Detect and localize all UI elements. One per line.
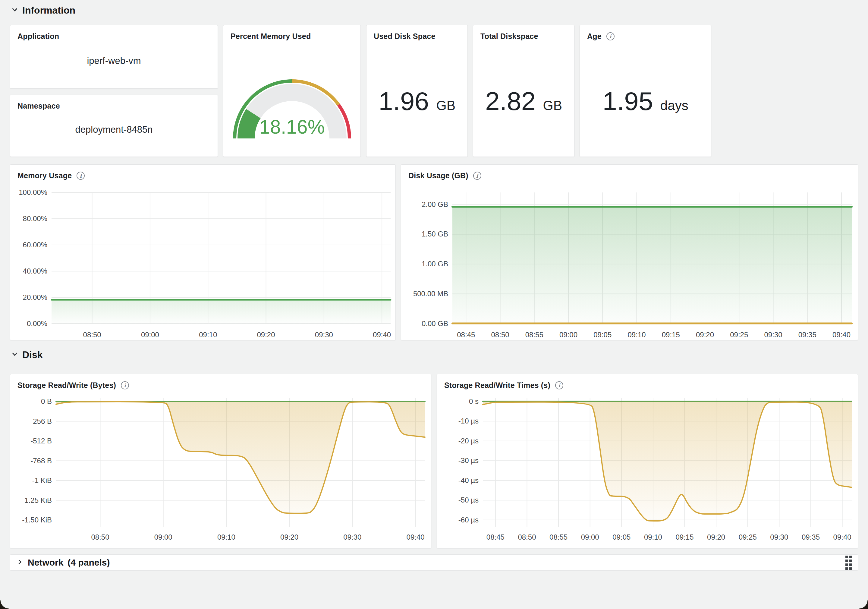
svg-text:09:00: 09:00 [581, 533, 599, 541]
chevron-down-icon [11, 349, 19, 360]
total-diskspace-title[interactable]: Total Diskspace [480, 32, 538, 41]
memory-usage-title-label: Memory Usage [17, 171, 72, 180]
svg-text:08:50: 08:50 [83, 331, 101, 339]
svg-text:-1 KiB: -1 KiB [32, 476, 52, 485]
svg-text:-10 µs: -10 µs [459, 417, 479, 425]
info-icon[interactable]: i [121, 381, 129, 389]
namespace-panel-title[interactable]: Namespace [17, 102, 60, 110]
window-corner [0, 600, 9, 609]
svg-text:08:50: 08:50 [491, 331, 509, 339]
used-disk-space-stat: 1.96 GB [378, 68, 456, 114]
svg-text:500.00 MB: 500.00 MB [413, 290, 448, 298]
svg-text:0.00 GB: 0.00 GB [422, 319, 448, 328]
info-icon[interactable]: i [76, 172, 85, 180]
storage-times-chart[interactable]: 0 s-10 µs-20 µs-30 µs-40 µs-50 µs-60 µs0… [437, 374, 858, 548]
svg-text:-20 µs: -20 µs [459, 437, 479, 445]
network-panel-count: (4 panels) [68, 558, 110, 568]
memory-usage-title[interactable]: Memory Usage i [17, 171, 85, 180]
used-disk-space-panel: Used Disk Space 1.96 GB [366, 25, 468, 157]
disk-usage-panel: Disk Usage (GB) i 2.00 GB1.50 GB1.00 GB5… [401, 165, 858, 340]
svg-text:40.00%: 40.00% [23, 267, 47, 275]
used-series-fill [453, 207, 852, 324]
svg-text:80.00%: 80.00% [23, 214, 47, 222]
svg-text:08:45: 08:45 [487, 533, 505, 541]
drag-handle-icon[interactable] [845, 556, 852, 570]
total-diskspace-title-label: Total Diskspace [480, 32, 538, 41]
disk-usage-chart[interactable]: 2.00 GB1.50 GB1.00 GB500.00 MB0.00 GB08:… [401, 165, 858, 340]
svg-text:09:00: 09:00 [154, 533, 172, 541]
disk-section-label: Disk [22, 349, 43, 360]
svg-text:-60 µs: -60 µs [459, 516, 479, 524]
svg-text:09:40: 09:40 [833, 533, 851, 541]
info-icon[interactable]: i [555, 381, 563, 389]
disk-section-header[interactable]: Disk [11, 349, 43, 360]
svg-text:09:30: 09:30 [770, 533, 788, 541]
application-title-label: Application [17, 32, 59, 41]
svg-text:1.00 GB: 1.00 GB [422, 260, 448, 268]
svg-text:09:05: 09:05 [594, 331, 612, 339]
svg-text:-50 µs: -50 µs [459, 496, 479, 504]
svg-text:08:55: 08:55 [525, 331, 543, 339]
svg-text:08:45: 08:45 [457, 331, 475, 339]
svg-text:1.50 GB: 1.50 GB [422, 230, 448, 238]
application-panel-title[interactable]: Application [17, 32, 59, 41]
window-corner [859, 600, 868, 609]
information-section-header[interactable]: Information [11, 5, 75, 16]
svg-text:09:00: 09:00 [560, 331, 577, 339]
write-time-series-fill [483, 401, 852, 521]
stat-value: 1.95 [603, 88, 653, 114]
stat-value: 2.82 [485, 88, 536, 114]
disk-usage-title[interactable]: Disk Usage (GB) i [408, 171, 481, 180]
total-diskspace-panel: Total Diskspace 2.82 GB [473, 25, 575, 157]
memory-usage-panel: Memory Usage i 100.00%80.00%60.00%40.00%… [10, 165, 396, 340]
stat-unit: GB [543, 99, 562, 112]
svg-text:-1.50 KiB: -1.50 KiB [22, 516, 52, 524]
svg-text:09:10: 09:10 [199, 331, 217, 339]
storage-times-title-label: Storage Read/Write Times (s) [444, 381, 550, 390]
svg-text:09:20: 09:20 [280, 533, 298, 541]
percent-memory-used-panel: Percent Memory Used 18.16% [223, 25, 361, 157]
total-diskspace-stat: 2.82 GB [485, 68, 562, 114]
svg-text:09:40: 09:40 [832, 331, 851, 339]
used-disk-space-title[interactable]: Used Disk Space [374, 32, 436, 41]
storage-bytes-chart[interactable]: 0 B-256 B-512 B-768 B-1 KiB-1.25 KiB-1.5… [10, 374, 431, 548]
stat-value: 1.96 [378, 88, 429, 114]
svg-text:09:10: 09:10 [644, 533, 662, 541]
svg-text:09:00: 09:00 [141, 331, 159, 339]
svg-text:09:15: 09:15 [676, 533, 694, 541]
storage-times-title[interactable]: Storage Read/Write Times (s) i [444, 381, 563, 390]
age-title[interactable]: Age i [587, 32, 615, 41]
svg-text:-30 µs: -30 µs [459, 457, 479, 465]
svg-text:08:55: 08:55 [549, 533, 567, 541]
stat-unit: GB [436, 99, 456, 112]
chevron-right-icon [16, 558, 23, 568]
percent-memory-used-title-label: Percent Memory Used [231, 32, 311, 41]
memory-usage-chart[interactable]: 100.00%80.00%60.00%40.00%20.00%0.00%08:5… [10, 165, 395, 340]
svg-text:09:35: 09:35 [802, 533, 820, 541]
svg-text:60.00%: 60.00% [23, 241, 47, 249]
svg-text:09:30: 09:30 [343, 533, 361, 541]
svg-text:-768 B: -768 B [31, 457, 52, 465]
stat-unit: days [660, 99, 688, 112]
namespace-title-label: Namespace [17, 102, 60, 110]
svg-text:09:10: 09:10 [628, 331, 646, 339]
percent-memory-used-title[interactable]: Percent Memory Used [231, 32, 311, 41]
namespace-panel: Namespace deployment-8485n [10, 95, 218, 157]
age-title-label: Age [587, 32, 601, 41]
svg-text:-256 B: -256 B [31, 417, 52, 425]
storage-read-write-bytes-panel: Storage Read/Write (Bytes) i 0 B-256 B-5… [10, 374, 431, 548]
svg-text:0.00%: 0.00% [27, 319, 47, 328]
info-icon[interactable]: i [606, 32, 615, 40]
svg-text:-512 B: -512 B [31, 437, 52, 445]
svg-text:08:50: 08:50 [91, 533, 109, 541]
storage-bytes-title[interactable]: Storage Read/Write (Bytes) i [17, 381, 129, 390]
age-stat: 1.95 days [603, 68, 688, 114]
svg-text:09:20: 09:20 [696, 331, 714, 339]
write-series-fill [56, 401, 425, 513]
network-section-row[interactable]: Network (4 panels) [10, 555, 858, 571]
memory-series-fill [51, 300, 391, 324]
svg-text:100.00%: 100.00% [19, 188, 47, 196]
svg-text:09:40: 09:40 [406, 533, 425, 541]
age-panel: Age i 1.95 days [580, 25, 711, 157]
info-icon[interactable]: i [473, 172, 481, 180]
